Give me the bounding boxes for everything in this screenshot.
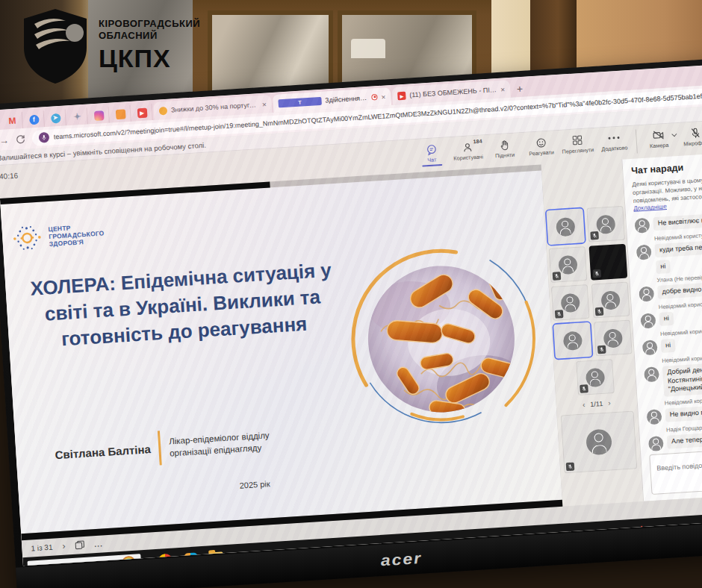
participant-tile-large[interactable] — [561, 410, 638, 473]
forward-icon[interactable]: → — [0, 135, 9, 146]
pinned-tab-gmail[interactable]: M — [2, 112, 23, 130]
avatar-icon — [558, 254, 578, 275]
youtube-favicon: ▶ — [397, 91, 406, 100]
participant-tile-camera-dark[interactable] — [588, 244, 627, 281]
avatar-icon — [585, 428, 612, 455]
monitor-brand-logo: acer — [380, 548, 423, 569]
tab-title: (11) БЕЗ ОБМЕЖЕНЬ - ПІДБІР — [409, 86, 497, 98]
mic-off-icon — [594, 307, 603, 316]
chat-message: добре видно — [639, 279, 702, 301]
screen: M f ➤ ✦ ▶ Знижки до 30% на португальс × … — [0, 63, 702, 566]
avatar-icon — [600, 290, 621, 310]
people-button[interactable]: 184 Користувачі — [449, 137, 487, 162]
participant-tile[interactable] — [548, 246, 587, 283]
chat-button[interactable]: Чат — [412, 140, 450, 164]
tab-title: Здійснення епідеміологічн — [325, 94, 368, 104]
photo-of-monitor: КІРОВОГРАДСЬКИЙ ОБЛАСНИЙ ЦКПХ M f ➤ ✦ ▶ … — [0, 0, 702, 588]
avatar-icon — [634, 218, 650, 234]
chat-message: куди треба перезайти? — [636, 238, 702, 260]
mic-button[interactable]: Мікрофон — [677, 123, 702, 148]
teams-meeting-view: 40:16 Чат 184 Користувачі — [0, 119, 702, 566]
pinned-tab-facebook[interactable]: f — [24, 110, 45, 128]
mic-permission-icon[interactable] — [39, 132, 50, 143]
compass-icon: ✦ — [72, 112, 82, 122]
participant-tile[interactable] — [576, 359, 615, 395]
more-options-icon[interactable]: ... — [94, 539, 103, 548]
close-icon[interactable]: × — [381, 93, 386, 101]
participant-tile[interactable] — [553, 322, 592, 359]
gmail-icon: M — [7, 116, 18, 126]
prev-page-icon[interactable]: ‹ — [583, 400, 585, 408]
pinned-tab-telegram[interactable]: ➤ — [46, 109, 66, 127]
raise-hand-button[interactable]: Підняти — [485, 135, 524, 160]
participant-tile[interactable] — [550, 284, 589, 321]
slide-year: 2025 рік — [239, 479, 270, 490]
phc-logo: ЦЕНТР ГРОМАДСЬКОГО ЗДОРОВ'Я — [10, 217, 105, 254]
mic-off-icon — [597, 345, 606, 354]
view-button[interactable]: Переглянути — [559, 131, 597, 155]
phc-logo-text: ЦЕНТР ГРОМАДСЬКОГО ЗДОРОВ'Я — [48, 222, 105, 248]
more-button[interactable]: Додатково — [595, 128, 633, 153]
new-tab-button[interactable]: + — [511, 80, 528, 97]
close-icon[interactable]: × — [500, 85, 506, 93]
reload-icon[interactable] — [16, 134, 26, 144]
pinned-tab-orange-app[interactable] — [110, 105, 131, 123]
avatar-icon — [595, 214, 615, 234]
more-ellipsis-icon — [595, 131, 633, 146]
camera-button[interactable]: Камера — [640, 125, 678, 150]
chat-notice: Деякі користувачі в цьому чаті не з вашо… — [632, 174, 702, 213]
chat-message: Добрий день! Костянтинівська філія ДУ "Д… — [644, 360, 702, 398]
presentation-slide: ЦЕНТР ГРОМАДСЬКОГО ЗДОРОВ'Я ХОЛЕРА: Епід… — [0, 171, 562, 534]
mic-off-icon — [590, 231, 599, 240]
avatar-icon — [603, 328, 623, 348]
react-button[interactable]: Реагувати — [522, 133, 560, 157]
chat-message: Не висвітлює презентацію — [634, 211, 702, 234]
slide-counter: 1 із 31 — [31, 543, 53, 553]
org-watermark: КІРОВОГРАДСЬКИЙ ОБЛАСНИЙ ЦКПХ — [19, 7, 200, 85]
mic-off-icon — [554, 310, 563, 319]
chat-message: ні — [640, 306, 702, 328]
learn-more-link[interactable]: Докладніше — [633, 203, 667, 212]
participant-tile[interactable] — [586, 206, 625, 243]
slide-author-block: Світлана Балтіна Лікар-епідеміолог відді… — [54, 422, 303, 472]
pagination-counter: 1/11 — [590, 399, 603, 407]
participant-tile[interactable] — [593, 319, 632, 356]
pinned-tab-compass[interactable]: ✦ — [67, 108, 88, 126]
chat-icon — [412, 142, 450, 157]
shop-favicon — [159, 106, 168, 115]
cholera-bacteria-image — [322, 209, 561, 469]
mic-off-icon — [566, 463, 575, 472]
pinned-tab-youtube[interactable]: ▶ — [131, 104, 152, 122]
next-page-icon[interactable]: › — [608, 398, 611, 407]
orange-app-icon — [115, 109, 125, 119]
org-name-line1: КІРОВОГРАДСЬКИЙ — [99, 18, 200, 30]
facebook-icon: f — [28, 114, 39, 125]
instagram-icon — [93, 110, 104, 121]
tiles-pagination: ‹ 1/11 › — [583, 398, 611, 408]
participant-tile[interactable] — [591, 282, 630, 319]
close-icon[interactable]: × — [262, 100, 267, 108]
avatar-icon — [636, 245, 652, 260]
chat-header: Чат наради — [631, 158, 702, 176]
chat-input-box[interactable] — [649, 447, 702, 495]
slide-title: ХОЛЕРА: Епідемічна ситуація у світі та в… — [13, 256, 353, 355]
participant-tile[interactable] — [546, 208, 585, 245]
avatar-icon — [644, 366, 659, 382]
monitor: M f ➤ ✦ ▶ Знижки до 30% на португальс × … — [0, 56, 702, 588]
chat-message-input[interactable] — [656, 458, 702, 472]
slide-grid-icon[interactable] — [75, 540, 85, 550]
avatar-icon — [556, 216, 576, 237]
pinned-tab-instagram[interactable] — [89, 107, 110, 125]
author-role: Лікар-епідеміолог відділу організації еп… — [169, 427, 303, 459]
org-name-line2: ОБЛАСНИЙ — [99, 30, 200, 42]
next-slide-icon[interactable]: › — [62, 541, 66, 551]
teams-favicon: T — [278, 96, 321, 107]
tab-title: Знижки до 30% на португальс — [171, 101, 259, 113]
camera-off-icon — [640, 128, 677, 143]
react-smiley-icon — [522, 135, 559, 150]
grid-view-icon — [559, 133, 596, 148]
avatar-icon — [648, 436, 664, 451]
avatar-icon — [639, 286, 654, 301]
chat-messages: Не висвітлює презентацію Невідомий корис… — [634, 210, 702, 451]
mic-off-icon — [677, 125, 702, 140]
